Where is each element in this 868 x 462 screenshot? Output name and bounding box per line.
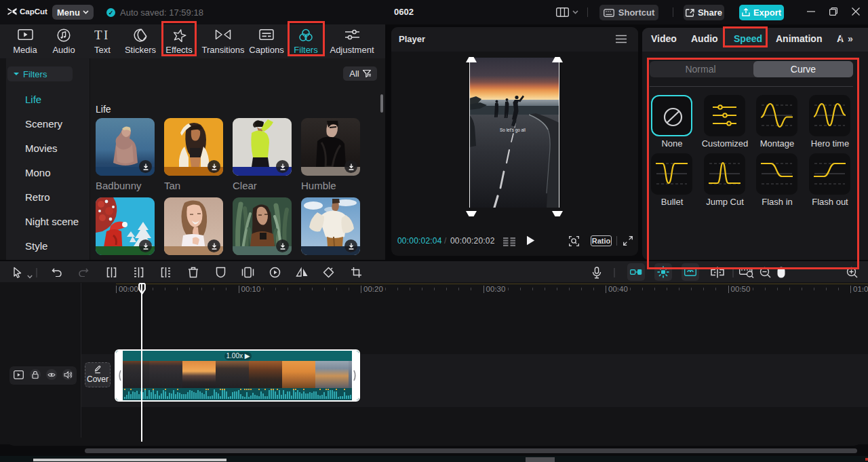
svg-text:T: T [94, 28, 102, 41]
svg-text:I: I [104, 28, 108, 41]
